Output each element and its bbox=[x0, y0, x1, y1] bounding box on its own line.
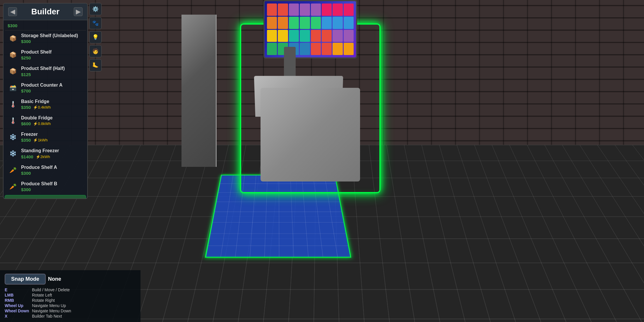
item-name-double-fridge: Double Fridge bbox=[21, 115, 83, 121]
builder-item-basic-fridge[interactable]: 🌡️ Basic Fridge $350 ⚡0.4kWh bbox=[5, 96, 86, 112]
side-icon-3[interactable]: 🧑 bbox=[89, 45, 102, 57]
builder-item-standing-freezer[interactable]: ❄️ Standing Freezer $1400 ⚡2kWh bbox=[5, 145, 86, 161]
control-desc-4: Navigate Menu Down bbox=[32, 309, 136, 313]
item-price-standing-freezer: $1400 bbox=[21, 154, 33, 159]
item-info-self-checkout: Self-checkout $2500 ⚡0.15kWh bbox=[21, 198, 83, 198]
monitor-btn-7 bbox=[344, 4, 354, 16]
snap-mode-value: None bbox=[48, 276, 61, 282]
item-price-row-freezer: $350 ⚡1kWh bbox=[21, 138, 83, 143]
item-name-produce-shelf-b: Produce Shelf B bbox=[21, 181, 83, 186]
monitor-btn-28 bbox=[311, 43, 321, 55]
builder-item-produce-shelf-b[interactable]: 🥕 Produce Shelf B $300 bbox=[5, 179, 86, 194]
item-icon-freezer: ❄️ bbox=[8, 132, 18, 142]
builder-item-self-checkout[interactable]: 💲 Self-checkout $2500 ⚡0.15kWh bbox=[5, 195, 86, 198]
control-key-4: Wheel Down bbox=[5, 309, 29, 313]
item-price-product-shelf-half: $125 bbox=[21, 72, 31, 77]
item-info-product-shelf-half: Product Shelf (Half) $125 bbox=[21, 66, 83, 77]
item-price-freezer: $350 bbox=[21, 138, 31, 143]
control-desc-5: Builder Tab Next bbox=[32, 314, 136, 318]
item-info-freezer: Freezer $350 ⚡1kWh bbox=[21, 131, 83, 143]
monitor-btn-2 bbox=[289, 4, 299, 16]
control-desc-3: Navigate Menu Up bbox=[32, 303, 136, 308]
item-name-storage-shelf-unlabeled: Storage Shelf (Unlabeled) bbox=[21, 33, 83, 38]
item-icon-product-counter-a: 🗃️ bbox=[8, 83, 18, 93]
monitor-btn-3 bbox=[300, 4, 310, 16]
control-desc-2: Rotate Right bbox=[32, 298, 136, 303]
bottom-controls-panel: Snap Mode None EBuild / Move / DeleteLMB… bbox=[0, 270, 141, 322]
item-name-product-shelf: Product Shelf bbox=[21, 49, 83, 55]
item-power-freezer: ⚡1kWh bbox=[33, 138, 47, 142]
builder-next-button[interactable]: ▶ bbox=[74, 7, 83, 16]
monitor-btn-20 bbox=[311, 30, 321, 42]
monitor-btn-1 bbox=[278, 4, 288, 16]
item-price-product-shelf: $250 bbox=[21, 55, 31, 60]
monitor-btn-30 bbox=[333, 43, 342, 55]
item-price-product-counter-a: $700 bbox=[21, 88, 31, 93]
snap-mode-button[interactable]: Snap Mode bbox=[5, 274, 46, 285]
item-info-product-shelf: Product Shelf $250 bbox=[21, 49, 83, 60]
monitor-btn-15 bbox=[344, 17, 354, 29]
item-name-freezer: Freezer bbox=[21, 131, 83, 137]
monitor-btn-31 bbox=[344, 43, 354, 55]
monitor-btn-19 bbox=[300, 30, 310, 42]
builder-item-product-shelf-half[interactable]: 📦 Product Shelf (Half) $125 bbox=[5, 63, 86, 79]
control-desc-1: Rotate Left bbox=[32, 293, 136, 297]
item-icon-standing-freezer: ❄️ bbox=[8, 148, 18, 159]
monitor-btn-9 bbox=[278, 17, 288, 29]
monitor-btn-4 bbox=[311, 4, 321, 16]
item-info-basic-fridge: Basic Fridge $350 ⚡0.4kWh bbox=[21, 99, 83, 110]
side-icon-4[interactable]: 🦶 bbox=[89, 59, 102, 71]
item-price-double-fridge: $600 bbox=[21, 121, 31, 126]
item-icon-produce-shelf-a: 🥕 bbox=[8, 165, 18, 175]
item-price-row-standing-freezer: $1400 ⚡2kWh bbox=[21, 154, 83, 159]
snap-mode-row: Snap Mode None bbox=[5, 274, 136, 285]
item-icon-storage-shelf-unlabeled: 📦 bbox=[8, 33, 18, 44]
item-icon-basic-fridge: 🌡️ bbox=[8, 99, 18, 109]
item-icon-product-shelf: 📦 bbox=[8, 49, 18, 60]
monitor-btn-11 bbox=[300, 17, 310, 29]
item-icon-produce-shelf-b: 🥕 bbox=[8, 181, 18, 192]
builder-item-storage-shelf-unlabeled[interactable]: 📦 Storage Shelf (Unlabeled) $300 bbox=[5, 30, 86, 46]
control-key-5: X bbox=[5, 314, 29, 318]
item-name-basic-fridge: Basic Fridge bbox=[21, 99, 83, 104]
monitor-btn-22 bbox=[333, 30, 342, 42]
monitor-btn-21 bbox=[322, 30, 332, 42]
builder-item-product-counter-a[interactable]: 🗃️ Product Counter A $700 bbox=[5, 80, 86, 96]
item-info-product-counter-a: Product Counter A $700 bbox=[21, 82, 83, 93]
monitor-btn-24 bbox=[267, 43, 277, 55]
side-icon-0[interactable]: ⚙️ bbox=[89, 3, 102, 15]
control-key-1: LMB bbox=[5, 293, 29, 297]
item-info-double-fridge: Double Fridge $600 ⚡0.8kWh bbox=[21, 115, 83, 126]
item-info-standing-freezer: Standing Freezer $1400 ⚡2kWh bbox=[21, 148, 83, 159]
item-icon-product-shelf-half: 📦 bbox=[8, 66, 18, 76]
monitor-btn-13 bbox=[322, 17, 332, 29]
item-power-double-fridge: ⚡0.8kWh bbox=[33, 121, 51, 126]
item-name-product-counter-a: Product Counter A bbox=[21, 82, 83, 88]
item-price-row-storage-shelf-unlabeled: $300 bbox=[21, 39, 83, 44]
item-name-produce-shelf-a: Produce Shelf A bbox=[21, 165, 83, 170]
monitor-btn-17 bbox=[278, 30, 288, 42]
builder-item-freezer[interactable]: ❄️ Freezer $350 ⚡1kWh bbox=[5, 129, 86, 145]
item-power-standing-freezer: ⚡2kWh bbox=[36, 155, 50, 159]
builder-prev-button[interactable]: ◀ bbox=[8, 7, 17, 16]
side-icon-1[interactable]: 🐾 bbox=[89, 17, 102, 29]
builder-item-scrolled[interactable]: $300 bbox=[5, 21, 86, 30]
item-power-basic-fridge: ⚡0.4kWh bbox=[33, 105, 51, 109]
monitor-btn-5 bbox=[322, 4, 332, 16]
item-price-row-product-counter-a: $700 bbox=[21, 88, 83, 93]
monitor-screen bbox=[265, 1, 356, 57]
monitor-btn-6 bbox=[333, 4, 342, 16]
monitor-btn-10 bbox=[289, 17, 299, 29]
builder-item-produce-shelf-a[interactable]: 🥕 Produce Shelf A $300 bbox=[5, 162, 86, 178]
item-price-storage-shelf-unlabeled: $300 bbox=[21, 39, 31, 44]
item-price-row-product-shelf: $250 bbox=[21, 55, 83, 60]
item-info-storage-shelf-unlabeled: Storage Shelf (Unlabeled) $300 bbox=[21, 33, 83, 44]
monitor-btn-29 bbox=[322, 43, 332, 55]
builder-item-double-fridge[interactable]: 🌡️ Double Fridge $600 ⚡0.8kWh bbox=[5, 113, 86, 129]
builder-title: Builder bbox=[31, 7, 59, 16]
item-name-standing-freezer: Standing Freezer bbox=[21, 148, 83, 153]
builder-item-product-shelf[interactable]: 📦 Product Shelf $250 bbox=[5, 47, 86, 63]
side-icon-2[interactable]: 💡 bbox=[89, 31, 102, 43]
item-name-product-shelf-half: Product Shelf (Half) bbox=[21, 66, 83, 71]
builder-items-list: $300 📦 Storage Shelf (Unlabeled) $300 📦 … bbox=[4, 20, 87, 198]
